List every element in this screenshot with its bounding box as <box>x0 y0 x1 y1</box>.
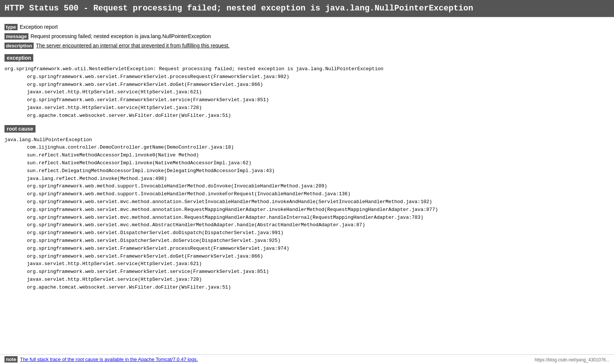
exception-stacktrace: org.springframework.web.util.NestedServl… <box>4 65 610 120</box>
root-cause-line: java.lang.NullPointerException <box>4 136 610 144</box>
root-cause-line: org.springframework.web.servlet.Framewor… <box>4 268 610 276</box>
type-label: type <box>4 24 18 30</box>
root-cause-line: org.springframework.web.servlet.Framewor… <box>4 253 610 261</box>
root-cause-line: org.springframework.web.servlet.mvc.meth… <box>4 214 610 222</box>
type-value: Exception report <box>20 24 58 30</box>
root-cause-line: org.springframework.web.servlet.mvc.meth… <box>4 198 610 206</box>
root-cause-section-header: root cause <box>4 121 610 135</box>
root-cause-line: org.springframework.web.method.support.I… <box>4 183 610 190</box>
root-cause-line: org.springframework.web.servlet.Framewor… <box>4 245 610 253</box>
type-row: type Exception report <box>4 24 610 30</box>
description-row: description The server encountered an in… <box>4 43 610 49</box>
exception-line: org.springframework.web.servlet.Framewor… <box>4 81 610 89</box>
message-value: Request processing failed; nested except… <box>31 33 211 39</box>
root-cause-line: java.lang.reflect.Method.invoke(Method.j… <box>4 175 610 183</box>
exception-line: org.springframework.web.servlet.Framewor… <box>4 96 610 104</box>
exception-line: org.springframework.web.servlet.Framewor… <box>4 73 610 81</box>
description-label: description <box>4 43 34 49</box>
root-cause-line: org.springframework.web.servlet.Dispatch… <box>4 229 610 237</box>
message-label: message <box>4 33 28 40</box>
root-cause-line: org.springframework.web.method.support.I… <box>4 190 610 198</box>
root-cause-line: org.springframework.web.servlet.mvc.meth… <box>4 206 610 214</box>
root-cause-line: sun.reflect.DelegatingMethodAccessorImpl… <box>4 167 610 175</box>
root-cause-line: org.springframework.web.servlet.Dispatch… <box>4 237 610 245</box>
page-header: HTTP Status 500 - Request processing fai… <box>0 0 614 17</box>
main-content: type Exception report message Request pr… <box>0 17 614 297</box>
exception-section-header: exception <box>4 50 610 64</box>
description-value: The server encountered an internal error… <box>36 43 229 49</box>
root-cause-line: org.springframework.web.servlet.mvc.meth… <box>4 221 610 229</box>
exception-line: javax.servlet.http.HttpServlet.service(H… <box>4 88 610 96</box>
root-cause-line: javax.servlet.http.HttpServlet.service(H… <box>4 260 610 268</box>
exception-line: org.springframework.web.util.NestedServl… <box>4 65 610 73</box>
root-cause-line: org.apache.tomcat.websocket.server.WsFil… <box>4 284 610 292</box>
page-title: HTTP Status 500 - Request processing fai… <box>4 4 610 13</box>
root-cause-line: sun.reflect.NativeMethodAccessorImpl.inv… <box>4 152 610 159</box>
root-cause-line: javax.servlet.http.HttpServlet.service(H… <box>4 276 610 284</box>
root-cause-line: sun.reflect.NativeMethodAccessorImpl.inv… <box>4 159 610 167</box>
exception-label: exception <box>4 54 33 62</box>
message-row: message Request processing failed; neste… <box>4 33 610 40</box>
exception-line: javax.servlet.http.HttpServlet.service(H… <box>4 104 610 112</box>
root-cause-stacktrace: java.lang.NullPointerExceptioncom.lijing… <box>4 136 610 292</box>
description-underline: The server encountered an internal error… <box>36 43 229 49</box>
exception-line: org.apache.tomcat.websocket.server.WsFil… <box>4 112 610 120</box>
root-cause-label: root cause <box>4 125 36 133</box>
root-cause-line: com.lijinghua.controller.DemoController.… <box>4 144 610 152</box>
